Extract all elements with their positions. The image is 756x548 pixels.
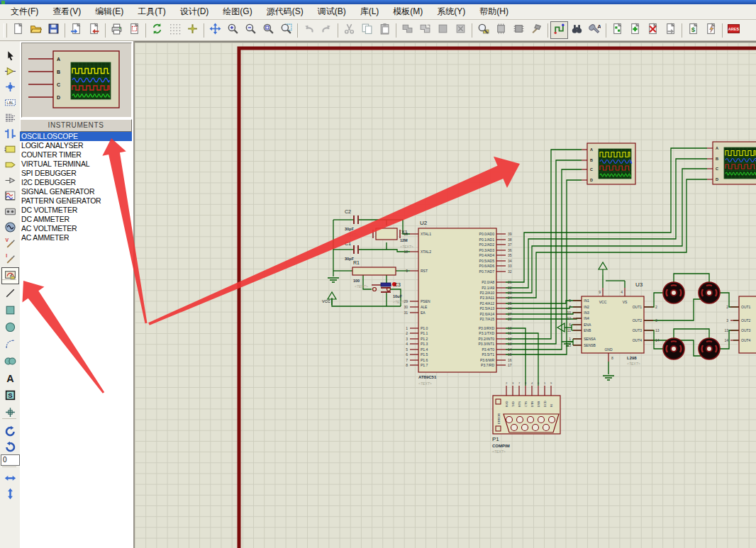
new-document-button[interactable]: [9, 21, 27, 39]
rotate-cw-mode-button[interactable]: [1, 424, 19, 441]
open-design-button[interactable]: [27, 21, 45, 39]
block-rotate-button[interactable]: [434, 21, 452, 39]
graph-mode-button[interactable]: [1, 189, 19, 206]
netlist-to-ares-button[interactable]: ARES: [725, 21, 743, 39]
menu-help[interactable]: 帮助(H): [472, 4, 516, 19]
toggle-grid-icon: [169, 23, 181, 38]
symbol-mode-button[interactable]: S: [1, 388, 19, 405]
import-section-icon: [70, 23, 82, 38]
remove-sheet-button[interactable]: [644, 21, 662, 39]
zoom-area-button[interactable]: [277, 21, 295, 39]
search-tag-button[interactable]: [568, 21, 586, 39]
instrument-item-signal-generator[interactable]: SIGNAL GENERATOR: [20, 187, 132, 196]
toolbar-separator: [547, 23, 548, 38]
redraw-button[interactable]: [148, 21, 166, 39]
box-mode-button[interactable]: [1, 303, 19, 320]
device-pin-mode-button[interactable]: [1, 173, 19, 190]
copy-button[interactable]: [358, 21, 376, 39]
block-copy-button[interactable]: [399, 21, 416, 39]
svg-text:A: A: [597, 23, 601, 30]
circle-mode-button[interactable]: [1, 320, 19, 337]
new-document-icon: [12, 23, 24, 38]
instrument-item-counter-timer[interactable]: COUNTER TIMER: [20, 150, 132, 160]
instrument-item-i2c-debugger[interactable]: I2C DEBUGGER: [20, 178, 132, 187]
menu-edit[interactable]: 编辑(E): [88, 4, 130, 19]
packaging-tool-button[interactable]: [510, 21, 528, 39]
pick-device-button[interactable]: [474, 21, 492, 39]
subcircuit-mode-button[interactable]: [1, 142, 19, 159]
exit-to-parent-button[interactable]: [662, 21, 679, 39]
selection-mode-button[interactable]: [1, 48, 19, 65]
save-design-icon: [48, 23, 60, 38]
design-explorer-button[interactable]: [608, 21, 626, 39]
menu-graph[interactable]: 绘图(G): [216, 4, 259, 19]
wire-autoroute-button[interactable]: [550, 21, 568, 39]
menu-library[interactable]: 库(L): [353, 4, 387, 19]
menu-source[interactable]: 源代码(S): [260, 4, 311, 19]
path-mode-button[interactable]: [1, 354, 19, 371]
line-mode-button[interactable]: [1, 286, 19, 303]
menu-tools[interactable]: 工具(T): [130, 4, 172, 19]
component-mode-button[interactable]: [1, 64, 19, 81]
instrument-item-dc-voltmeter[interactable]: DC VOLTMETER: [20, 206, 132, 215]
print-design-button[interactable]: [108, 21, 126, 39]
arc-mode-button[interactable]: [1, 337, 19, 354]
toolbar-separator: [472, 23, 472, 38]
block-move-button[interactable]: [416, 21, 434, 39]
flip-h-mode-button[interactable]: [1, 471, 19, 488]
wire-label-mode-button[interactable]: LBL: [1, 95, 19, 112]
junction-mode-button[interactable]: [1, 79, 19, 96]
import-section-button[interactable]: [67, 21, 85, 39]
current-probe-mode-button[interactable]: I: [1, 251, 19, 268]
zoom-out-button[interactable]: [242, 21, 260, 39]
voltage-probe-mode-button[interactable]: V: [1, 235, 19, 252]
instrument-item-oscilloscope[interactable]: OSCILLOSCOPE: [20, 132, 132, 141]
instrument-item-dc-ammeter[interactable]: DC AMMETER: [20, 215, 132, 224]
instrument-item-ac-voltmeter[interactable]: AC VOLTMETER: [20, 224, 132, 233]
origin-button[interactable]: [184, 21, 201, 39]
paste-button[interactable]: [376, 21, 394, 39]
instrument-item-logic-analyser[interactable]: LOGIC ANALYSER: [20, 141, 132, 150]
menu-template[interactable]: 模板(M): [386, 4, 430, 19]
zoom-in-button[interactable]: [224, 21, 242, 39]
instrument-item-virtual-terminal[interactable]: VIRTUAL TERMINAL: [20, 160, 132, 169]
bill-of-materials-button[interactable]: $: [684, 21, 702, 39]
menu-file[interactable]: 文件(F): [4, 4, 45, 19]
toggle-grid-button[interactable]: [166, 21, 184, 39]
redo-button[interactable]: [318, 21, 335, 39]
selection-icon: [4, 50, 16, 65]
text-script-mode-button[interactable]: [1, 111, 19, 128]
pan-button[interactable]: [206, 21, 224, 39]
menu-view[interactable]: 查看(V): [45, 4, 88, 19]
new-sheet-button[interactable]: [626, 21, 644, 39]
text-mode-button[interactable]: A: [1, 371, 19, 388]
make-device-button[interactable]: [492, 21, 510, 39]
instrument-item-ac-ammeter[interactable]: AC AMMETER: [20, 233, 132, 242]
decompose-button[interactable]: [528, 21, 545, 39]
instrument-item-pattern-generator[interactable]: PATTERN GENERATOR: [20, 196, 132, 206]
instrument-item-spi-debugger[interactable]: SPI DEBUGGER: [20, 169, 132, 178]
cut-button[interactable]: [340, 21, 358, 39]
schematic-preview[interactable]: [21, 43, 132, 118]
marker-mode-button[interactable]: [1, 405, 19, 422]
undo-button[interactable]: [300, 21, 318, 39]
mark-output-area-button[interactable]: [126, 21, 143, 39]
zoom-all-button[interactable]: [260, 21, 277, 39]
export-section-button[interactable]: [85, 21, 103, 39]
electrical-rule-check-button[interactable]: [702, 21, 720, 39]
virtual-instruments-mode-button[interactable]: [1, 267, 19, 284]
open-design-icon: [30, 23, 42, 38]
rotate-ccw-mode-button[interactable]: [1, 440, 19, 457]
block-delete-button[interactable]: [452, 21, 469, 39]
menu-design[interactable]: 设计(D): [173, 4, 216, 19]
save-design-button[interactable]: [45, 21, 62, 39]
menu-debug[interactable]: 调试(B): [311, 4, 353, 19]
tape-mode-button[interactable]: [1, 204, 19, 221]
menu-system[interactable]: 系统(Y): [430, 4, 472, 19]
bus-mode-button[interactable]: [1, 126, 19, 143]
property-assignment-button[interactable]: A: [586, 21, 604, 39]
terminal-mode-button[interactable]: [1, 157, 19, 174]
generator-mode-button[interactable]: [1, 220, 19, 237]
flip-v-mode-button[interactable]: [1, 486, 19, 503]
schematic-canvas[interactable]: [135, 41, 756, 548]
